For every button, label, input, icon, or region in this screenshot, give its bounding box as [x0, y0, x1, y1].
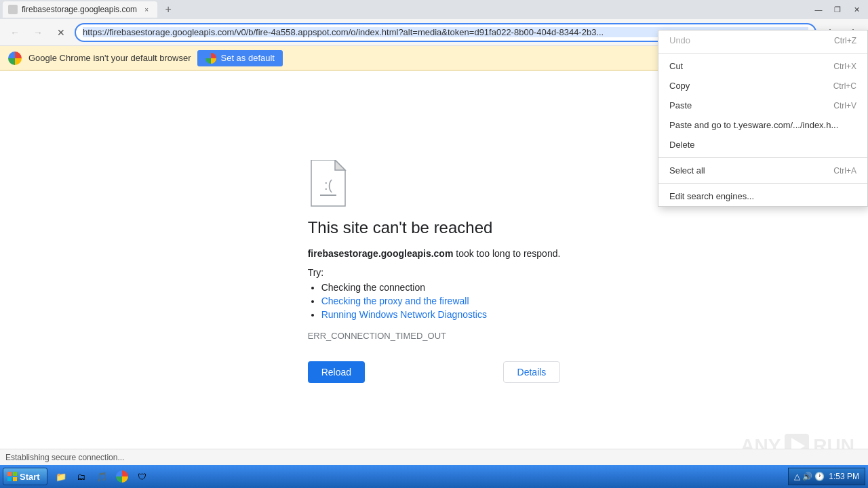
error-code: ERR_CONNECTION_TIMED_OUT	[308, 331, 561, 341]
svg-text::(: :(	[324, 178, 333, 192]
menu-item-paste[interactable]: Paste Ctrl+V	[658, 96, 867, 115]
title-bar: firebasestorage.googleapis.com × + — ❐ ✕	[0, 0, 868, 19]
reload-stop-button[interactable]: ✕	[52, 23, 71, 42]
menu-separator-3	[658, 183, 867, 184]
button-row: Reload Details	[308, 361, 561, 383]
menu-item-edit-search-engines[interactable]: Edit search engines...	[658, 186, 867, 206]
taskbar-chrome-icon[interactable]	[113, 468, 132, 485]
start-label: Start	[20, 472, 40, 482]
taskbar-files-icon[interactable]: 🗂	[72, 468, 91, 485]
windows-logo-icon	[7, 472, 17, 481]
info-bar-text: Google Chrome isn't your default browser	[28, 53, 191, 63]
error-description: firebasestorage.googleapis.com took too …	[308, 248, 561, 259]
diagnostics-link[interactable]: Running Windows Network Diagnostics	[321, 309, 487, 320]
context-menu: Undo Ctrl+Z Cut Ctrl+X Copy Ctrl+C Paste…	[658, 30, 868, 207]
forward-button[interactable]: →	[28, 23, 47, 42]
menu-separator-1	[658, 53, 867, 54]
suggestion-3: Running Windows Network Diagnostics	[321, 309, 561, 320]
error-title: This site can't be reached	[308, 218, 561, 237]
taskbar-time: 1:53 PM	[829, 472, 859, 481]
menu-item-copy[interactable]: Copy Ctrl+C	[658, 76, 867, 96]
taskbar: Start 📁 🗂 🎵 🛡 △ 🔊 🕐 1:53 PM	[0, 465, 868, 488]
suggestion-1: Checking the connection	[321, 282, 561, 293]
error-icon: :(	[308, 160, 349, 207]
menu-item-paste-go[interactable]: Paste and go to t.yesware.com/.../index.…	[658, 115, 867, 135]
menu-item-select-all[interactable]: Select all Ctrl+A	[658, 161, 867, 180]
try-label: Try:	[308, 267, 561, 278]
taskbar-music-icon[interactable]: 🎵	[92, 468, 111, 485]
svg-rect-7	[13, 477, 17, 481]
svg-rect-5	[13, 472, 17, 476]
tab-close-button[interactable]: ×	[141, 4, 152, 15]
taskbar-quick-launch: 📁 🗂 🎵 🛡	[52, 468, 152, 485]
svg-rect-6	[7, 477, 12, 481]
status-text: Establishing secure connection...	[5, 453, 124, 462]
chrome-logo	[8, 52, 22, 65]
menu-separator-2	[658, 157, 867, 158]
browser-tab[interactable]: firebasestorage.googleapis.com ×	[3, 1, 157, 18]
set-default-button[interactable]: Set as default	[197, 50, 283, 66]
menu-item-cut[interactable]: Cut Ctrl+X	[658, 56, 867, 76]
tab-title: firebasestorage.googleapis.com	[22, 5, 137, 14]
close-button[interactable]: ✕	[848, 3, 865, 16]
suggestions-list: Checking the connection Checking the pro…	[321, 282, 561, 320]
taskbar-system-tray: △ 🔊 🕐 1:53 PM	[788, 468, 865, 485]
suggestion-2: Checking the proxy and the firewall	[321, 296, 561, 306]
restore-button[interactable]: ❐	[829, 3, 846, 16]
new-tab-button[interactable]: +	[160, 1, 176, 18]
menu-item-undo[interactable]: Undo Ctrl+Z	[658, 30, 867, 50]
svg-rect-4	[7, 472, 12, 476]
start-button[interactable]: Start	[3, 468, 47, 485]
menu-item-delete[interactable]: Delete	[658, 135, 867, 155]
set-default-chrome-icon	[205, 53, 216, 64]
window-controls: — ❐ ✕	[810, 3, 865, 16]
reload-button[interactable]: Reload	[308, 361, 365, 383]
error-container: :( This site can't be reached firebasest…	[267, 133, 601, 410]
taskbar-folder-icon[interactable]: 📁	[52, 468, 71, 485]
tab-favicon	[8, 5, 18, 14]
status-bar: Establishing secure connection...	[0, 449, 868, 465]
system-tray-icons: △ 🔊 🕐	[794, 472, 825, 481]
details-button[interactable]: Details	[503, 361, 561, 383]
proxy-link[interactable]: Checking the proxy and the firewall	[321, 296, 469, 306]
taskbar-shield-icon[interactable]: 🛡	[133, 468, 152, 485]
minimize-button[interactable]: —	[810, 3, 827, 16]
error-domain: firebasestorage.googleapis.com	[308, 248, 454, 259]
back-button[interactable]: ←	[5, 23, 24, 42]
